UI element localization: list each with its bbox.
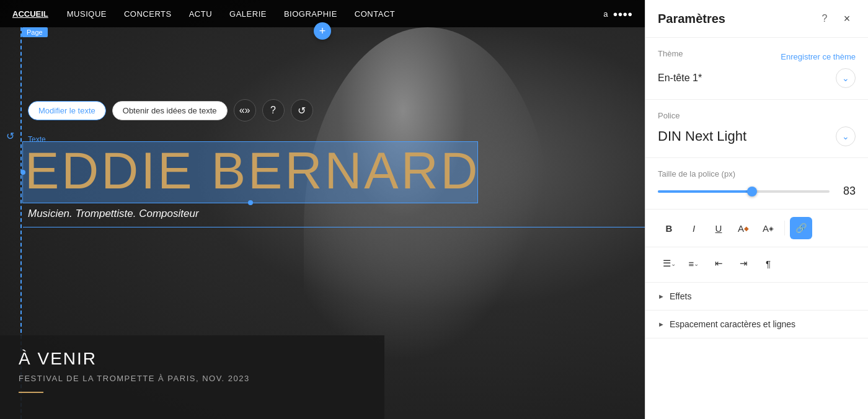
font-color-button[interactable]: A◆	[732, 217, 755, 239]
nav-icon-circles: ●●●●	[613, 9, 632, 19]
panel-header: Paramètres ? ×	[645, 0, 868, 38]
nav-contact[interactable]: CONTACT	[355, 9, 395, 19]
espacement-section[interactable]: ► Espacement caractères et lignes	[645, 311, 868, 338]
italic-button[interactable]: I	[683, 217, 705, 239]
parametres-panel: Paramètres ? × Thème Enregistrer ce thèm…	[645, 0, 868, 419]
paragraph-button[interactable]: ¶	[757, 252, 779, 275]
text-toolbar: Modifier le texte Obtenir des idées de t…	[28, 99, 313, 121]
effets-section[interactable]: ► Effets	[645, 283, 868, 311]
espacement-label: Espacement caractères et lignes	[670, 319, 795, 329]
a-venir-title: À VENIR	[19, 349, 366, 369]
help-icon-button[interactable]: ?	[262, 99, 285, 121]
theme-value-row: En-tête 1* ⌄	[658, 68, 856, 88]
indent-left-button[interactable]: ⇤	[707, 252, 730, 275]
hero-subtitle: Musicien. Trompettiste. Compositeur	[28, 208, 199, 220]
selection-handle[interactable]	[248, 200, 253, 205]
bottom-section: À VENIR FESTIVAL DE LA TROMPETTE À PARIS…	[0, 335, 384, 419]
nav-logo[interactable]: ACCUEIL	[12, 9, 48, 19]
festival-text: FESTIVAL DE LA TROMPETTE À PARIS, NOV. 2…	[19, 374, 366, 383]
link-button[interactable]: 🔗	[790, 217, 812, 239]
list-button[interactable]: ≡ ⌄	[683, 252, 705, 275]
gold-divider	[19, 392, 43, 393]
add-section-button[interactable]: +	[314, 22, 331, 40]
effets-arrow: ►	[658, 293, 665, 300]
align-left-button[interactable]: ☰ ⌄	[658, 252, 680, 275]
police-section: Police DIN Next Light ⌄	[645, 100, 868, 158]
bold-button[interactable]: B	[658, 217, 680, 239]
align-toolbar: ☰ ⌄ ≡ ⌄ ⇤ ⇥ ¶	[645, 247, 868, 283]
nav-musique[interactable]: MUSIQUE	[67, 9, 107, 19]
indent-right-button[interactable]: ⇥	[732, 252, 755, 275]
nav-icons: a ●●●●	[603, 9, 632, 19]
panel-help-button[interactable]: ?	[816, 10, 833, 27]
nav-links: MUSIQUE CONCERTS ACTU GALERIE BIOGRAPHIE…	[67, 9, 395, 19]
texte-label: Texte	[28, 135, 46, 144]
editor-canvas: ACCUEIL MUSIQUE CONCERTS ACTU GALERIE BI…	[0, 0, 645, 419]
quotes-icon-button[interactable]: «»	[234, 99, 256, 121]
nav-biographie[interactable]: BIOGRAPHIE	[284, 9, 337, 19]
slider-thumb[interactable]	[747, 187, 757, 196]
theme-section: Thème Enregistrer ce thème En-tête 1* ⌄	[645, 38, 868, 100]
undo-icon-button[interactable]: ↺	[291, 99, 313, 121]
reset-icon[interactable]: ↺	[6, 130, 14, 142]
get-ideas-button[interactable]: Obtenir des idées de texte	[112, 101, 228, 120]
save-theme-link[interactable]: Enregistrer ce thème	[781, 52, 856, 61]
police-label: Police	[658, 111, 856, 120]
nav-concerts[interactable]: CONCERTS	[124, 9, 172, 19]
nav-icon-a: a	[603, 9, 608, 19]
theme-dropdown-button[interactable]: ⌄	[836, 68, 856, 88]
highlight-button[interactable]: A◈	[757, 217, 779, 239]
effets-label: Effets	[670, 291, 692, 301]
theme-row: Thème Enregistrer ce thème	[658, 49, 856, 64]
slider-track	[658, 190, 830, 193]
underline-button[interactable]: U	[707, 217, 730, 239]
modify-text-button[interactable]: Modifier le texte	[28, 101, 106, 120]
format-toolbar: B I U A◆ A◈ 🔗	[645, 210, 868, 247]
nav-galerie[interactable]: GALERIE	[229, 9, 267, 19]
hero-name[interactable]: EDDIE BERNARD	[25, 141, 480, 201]
font-size-slider[interactable]	[658, 185, 830, 198]
font-size-section: Taille de la police (px) 83	[645, 158, 868, 210]
espacement-arrow: ►	[658, 320, 665, 328]
page-label: Page	[22, 27, 48, 37]
police-dropdown-button[interactable]: ⌄	[836, 126, 856, 146]
theme-value: En-tête 1*	[658, 73, 702, 84]
nav-actu[interactable]: ACTU	[189, 9, 212, 19]
size-row: 83	[658, 185, 856, 198]
panel-close-button[interactable]: ×	[838, 10, 856, 27]
theme-label: Thème	[658, 49, 683, 58]
police-row: DIN Next Light ⌄	[658, 126, 856, 146]
format-divider	[784, 221, 785, 236]
font-size-value: 83	[837, 185, 856, 198]
font-size-label: Taille de la police (px)	[658, 169, 856, 179]
police-value: DIN Next Light	[658, 128, 746, 144]
selection-line	[23, 227, 645, 228]
slider-fill	[658, 190, 752, 193]
panel-title: Paramètres	[658, 12, 816, 26]
